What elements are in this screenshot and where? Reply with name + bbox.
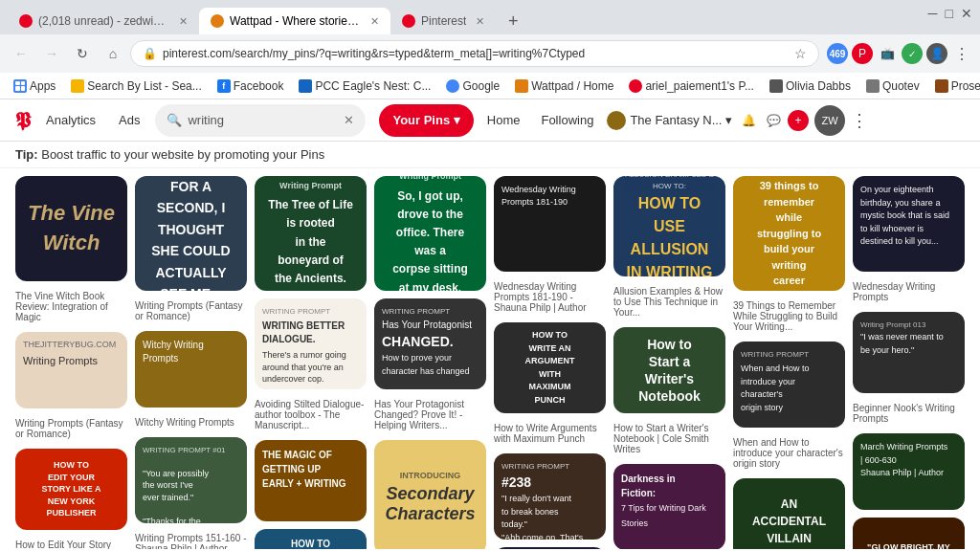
home-nav[interactable]: Home	[479, 109, 528, 131]
pin-card-grief[interactable]: HOW TOWRITETHE STAGESOF GRIEF	[255, 529, 367, 549]
fantasy-dropdown[interactable]: The Fantasy N... ▾	[607, 111, 732, 130]
pin-card-prompt372[interactable]: WRITING PROMPT 372 "How dare you judgeme…	[494, 547, 606, 549]
google-icon	[446, 79, 459, 93]
right-nav: Your Pins ▾ Home Following The Fantasy N…	[379, 104, 868, 137]
message-icon[interactable]: 💬	[763, 110, 784, 131]
extensions-icon[interactable]: 469	[827, 43, 848, 64]
tab-title-wattpad: Wattpad - Where stories live	[230, 14, 361, 28]
pin-card-never-meant[interactable]: Writing Prompt 013 "I was never meant to…	[853, 312, 965, 393]
pin-card-magic[interactable]: THE MAGIC OFGETTING UPEARLY + WRITING	[255, 440, 367, 521]
address-bar[interactable]: 🔒 pinterest.com/search/my_pins/?q=writin…	[130, 40, 819, 67]
account-icon[interactable]: 👤	[926, 43, 947, 64]
pinterest-search[interactable]: 🔍 writing ✕	[155, 104, 366, 137]
pin-content-eighteenth: On your eighteenth birthday, you share a…	[853, 176, 965, 256]
bookmark-prose[interactable]: Prose.	[929, 77, 980, 95]
bookmarks-bar: Apps Search By List - Sea... f Facebook …	[0, 73, 980, 99]
back-button[interactable]: ←	[8, 40, 34, 67]
analytics-nav[interactable]: Analytics	[38, 109, 103, 131]
pin-card-secondary[interactable]: INTRODUCING SecondaryCharacters	[374, 440, 486, 549]
pin-content-worst: WRITING PROMPT #01 "You are possiblythe …	[135, 437, 247, 523]
search-clear-icon[interactable]: ✕	[344, 113, 354, 127]
pin-card-march[interactable]: March Writing Prompts| 600-630Shauna Phi…	[853, 433, 965, 510]
pin-card-origin[interactable]: WRITING PROMPT When and How tointroduce …	[733, 342, 845, 428]
tip-label: Tip:	[15, 147, 38, 162]
tab-favicon-email	[19, 14, 33, 28]
apps-label: Apps	[30, 79, 56, 93]
reload-button[interactable]: ↻	[69, 40, 96, 67]
facebook-icon: f	[217, 79, 231, 93]
pin-card-villain[interactable]: ANACCIDENTALVILLAIN	[733, 478, 845, 549]
tab-pinterest[interactable]: Pinterest ✕	[390, 8, 496, 34]
pin-card-argument[interactable]: HOW TOWRITE ANARGUMENTWITHMAXIMUMPUNCH	[494, 322, 606, 413]
toolbar-icons: 469 P 📺 ✓ 👤 ⋮	[827, 43, 972, 64]
pin-card-corpse[interactable]: Writing Prompt So, I got up,drove to the…	[374, 176, 486, 291]
bookmark-apps[interactable]: Apps	[8, 77, 61, 95]
add-icon[interactable]: +	[788, 110, 809, 131]
pin-content-glow: "GLOW BRIGHT, MYDARLING. DON'TLISTEN TO …	[859, 534, 958, 549]
more-options[interactable]: ⋮	[851, 110, 868, 131]
browser-chrome: (2,018 unread) - zedwicka@yaho... ✕ Watt…	[0, 0, 980, 99]
searchbylist-label: Search By List - Sea...	[87, 79, 201, 93]
bookmark-searchbylist[interactable]: Search By List - Sea...	[65, 77, 207, 95]
bookmark-pcc[interactable]: PCC Eagle's Nest: C...	[293, 77, 436, 95]
search-value: writing	[188, 113, 224, 127]
pin-card-witchy[interactable]: Witchy Writing Prompts	[135, 331, 247, 408]
bookmark-quotev[interactable]: Quotev	[860, 77, 925, 95]
pin-content-witchy: Witchy Writing Prompts	[135, 331, 247, 373]
tab-email[interactable]: (2,018 unread) - zedwicka@yaho... ✕	[8, 8, 199, 34]
bookmark-ariel[interactable]: ariel_paiement1's P...	[623, 77, 759, 95]
pin-card-eighteenth[interactable]: On your eighteenth birthday, you share a…	[853, 176, 965, 272]
bookmark-wattpad[interactable]: Wattpad / Home	[509, 77, 619, 95]
pin-card-edit[interactable]: HOW TOEDIT YOURSTORY LIKE ANEW YORKPUBLI…	[15, 449, 127, 530]
more-icon[interactable]: ⋮	[951, 43, 972, 64]
pinterest-logo[interactable]: 𝕻	[15, 108, 31, 133]
home-button[interactable]: ⌂	[100, 40, 126, 67]
new-tab-button[interactable]: +	[500, 8, 526, 34]
bookmark-google[interactable]: Google	[440, 77, 505, 95]
your-pins-button[interactable]: Your Pins ▾	[379, 104, 473, 137]
pin-card-dialogue[interactable]: WRITING PROMPT WRITING BETTER DIALOGUE. …	[255, 298, 367, 389]
maximize-button[interactable]: □	[946, 6, 953, 21]
tab-wattpad[interactable]: Wattpad - Where stories live ✕	[199, 8, 390, 34]
minimize-button[interactable]: ─	[928, 6, 938, 21]
pin-card-prompt238[interactable]: WRITING PROMPT #238 "I really don't want…	[494, 453, 606, 540]
pin-card[interactable]: The VineWitch	[15, 176, 127, 281]
pin-card-tree-life[interactable]: Writing Prompt The Tree of Lifeis rooted…	[255, 176, 367, 291]
profile-icon[interactable]: P	[852, 43, 873, 64]
settings-icon[interactable]: ✓	[902, 43, 923, 64]
bookmark-facebook[interactable]: f Facebook	[212, 77, 290, 95]
pin-card-notebook[interactable]: How toStart aWriter'sNotebook	[613, 327, 725, 413]
pin-content-grief: HOW TOWRITETHE STAGESOF GRIEF	[255, 529, 367, 549]
forward-button[interactable]: →	[38, 40, 65, 67]
facebook-label: Facebook	[234, 79, 284, 93]
pin-content-corpse: Writing Prompt So, I got up,drove to the…	[383, 176, 478, 291]
tab-close-wattpad[interactable]: ✕	[370, 15, 379, 28]
pin-card-allusion[interactable]: ALLUSION EXAMPLES & HOW TO: HOW TO USEAL…	[613, 176, 725, 276]
pin-meta-never-meant: Beginner Nook's Writing Prompts	[853, 401, 965, 426]
close-button[interactable]: ✕	[961, 6, 972, 21]
lock-icon: 🔒	[143, 47, 157, 60]
pin-meta-allusion: Allusion Examples & How to Use This Tech…	[613, 284, 725, 320]
bookmark-olivia[interactable]: Olivia Dabbs	[764, 77, 857, 95]
pin-site-fantasy: THEJITTERYBUG.COM	[23, 340, 120, 351]
tip-bar: Tip: Boost traffic to your website by pr…	[0, 142, 980, 168]
pin-card-39things[interactable]: 39 things torememberwhilestruggling tobu…	[733, 176, 845, 291]
pin-card-wed181[interactable]: Wednesday Writing Prompts 181-190	[494, 176, 606, 272]
pin-content-see-me: WRITE ABOUT:FOR ASECOND, ITHOUGHTSHE COU…	[144, 176, 237, 291]
cast-icon[interactable]: 📺	[877, 43, 898, 64]
pin-card-worst[interactable]: WRITING PROMPT #01 "You are possiblythe …	[135, 437, 247, 523]
pin-meta-origin: When and How to introduce your character…	[733, 435, 845, 471]
notification-icons: 🔔 💬 +	[738, 110, 809, 131]
tab-close-pinterest[interactable]: ✕	[476, 15, 484, 28]
pin-card-see-me[interactable]: WRITE ABOUT:FOR ASECOND, ITHOUGHTSHE COU…	[135, 176, 247, 291]
following-nav[interactable]: Following	[533, 109, 601, 131]
pin-card-fantasy[interactable]: THEJITTERYBUG.COM Writing Prompts	[15, 332, 127, 408]
pin-card-darkness[interactable]: Darkness inFiction:7 Tips for Writing Da…	[613, 464, 725, 549]
notification-icon[interactable]: 🔔	[738, 110, 759, 131]
user-avatar[interactable]: ZW	[814, 105, 845, 136]
pin-card-changed[interactable]: WRITING PROMPT Has Your ProtagonistCHANG…	[374, 298, 486, 389]
ads-nav[interactable]: Ads	[111, 109, 147, 131]
pin-card-glow[interactable]: "GLOW BRIGHT, MYDARLING. DON'TLISTEN TO …	[853, 518, 965, 549]
tab-close-email[interactable]: ✕	[179, 15, 188, 28]
bookmark-star-icon[interactable]: ☆	[794, 46, 807, 61]
